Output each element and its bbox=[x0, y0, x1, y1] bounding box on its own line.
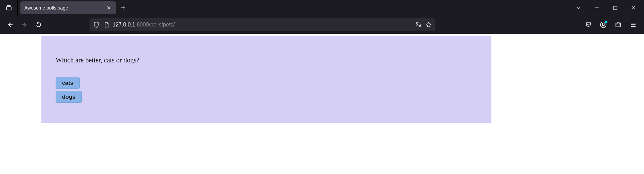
extensions-icon[interactable] bbox=[611, 18, 625, 32]
pocket-icon[interactable] bbox=[582, 18, 595, 32]
back-button[interactable] bbox=[4, 19, 16, 31]
account-icon[interactable] bbox=[597, 18, 610, 32]
browser-toolbar: 127.0.0.1:8000/polls/pets/ bbox=[0, 16, 644, 34]
shield-icon[interactable] bbox=[92, 21, 100, 29]
poll-container: Which are better, cats or dogs? cats dog… bbox=[41, 36, 491, 123]
tab-title: Awesome polls page bbox=[24, 5, 102, 11]
page-content: Which are better, cats or dogs? cats dog… bbox=[0, 34, 644, 174]
poll-option-dogs[interactable]: dogs bbox=[56, 91, 82, 103]
browser-tab[interactable]: Awesome polls page bbox=[20, 1, 116, 14]
url-path: /polls/pets/ bbox=[149, 22, 175, 27]
poll-option-cats[interactable]: cats bbox=[56, 77, 80, 89]
window-minimize-button[interactable] bbox=[588, 0, 606, 15]
translate-icon[interactable] bbox=[414, 21, 423, 29]
app-menu-icon[interactable] bbox=[626, 18, 640, 32]
tab-dropdown-button[interactable] bbox=[569, 0, 588, 15]
bookmark-star-icon[interactable] bbox=[425, 21, 433, 29]
address-bar[interactable]: 127.0.0.1:8000/polls/pets/ bbox=[90, 18, 435, 31]
svg-point-3 bbox=[602, 23, 604, 25]
reload-button[interactable] bbox=[33, 19, 45, 31]
svg-rect-0 bbox=[6, 7, 11, 10]
window-maximize-button[interactable] bbox=[606, 0, 624, 15]
url-text: 127.0.0.1:8000/polls/pets/ bbox=[113, 22, 412, 28]
url-host: 127.0.0.1 bbox=[113, 22, 135, 27]
close-tab-button[interactable] bbox=[106, 5, 112, 11]
titlebar: Awesome polls page bbox=[0, 0, 644, 16]
poll-question: Which are better, cats or dogs? bbox=[56, 56, 477, 64]
svg-rect-1 bbox=[613, 6, 617, 9]
forward-button[interactable] bbox=[18, 19, 31, 31]
window-close-button[interactable] bbox=[624, 0, 643, 15]
site-info-icon[interactable] bbox=[102, 21, 111, 29]
browser-chrome: Awesome polls page bbox=[0, 0, 644, 34]
new-tab-button[interactable] bbox=[116, 1, 130, 15]
url-port: :8000 bbox=[135, 22, 149, 27]
all-tabs-button[interactable] bbox=[0, 0, 18, 16]
notification-dot-icon bbox=[605, 20, 608, 23]
